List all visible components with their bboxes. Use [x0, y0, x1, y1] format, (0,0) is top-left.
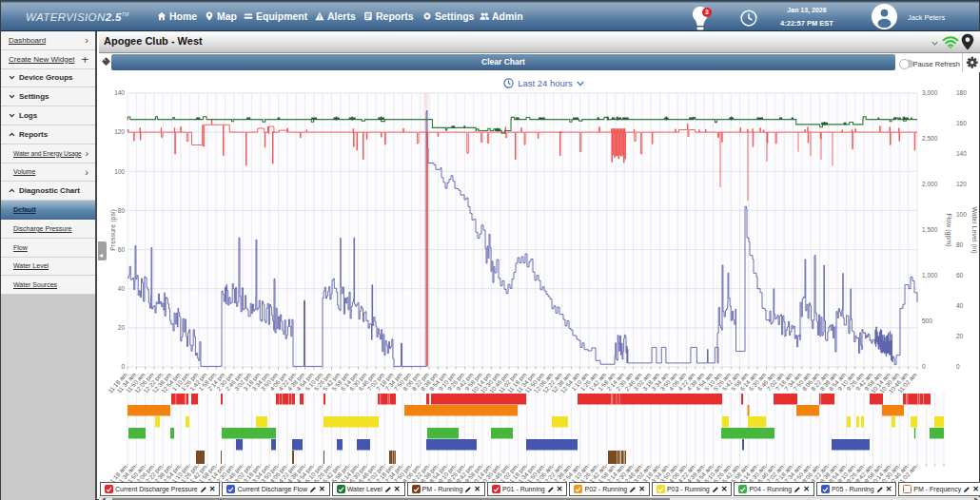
svg-text:40: 40	[956, 302, 964, 309]
svg-text:Water Level (in): Water Level (in)	[970, 206, 978, 253]
svg-text:100: 100	[956, 211, 967, 218]
svg-text:2,000: 2,000	[922, 181, 938, 187]
svg-text:2,500: 2,500	[922, 135, 938, 142]
svg-text:140: 140	[956, 150, 967, 157]
svg-text:60: 60	[956, 272, 964, 279]
svg-text:100: 100	[114, 168, 125, 175]
svg-text:20: 20	[956, 333, 964, 339]
svg-text:120: 120	[114, 128, 125, 135]
svg-text:0: 0	[121, 363, 125, 370]
svg-text:0: 0	[956, 363, 960, 370]
svg-text:20: 20	[118, 324, 126, 331]
svg-text:40: 40	[118, 285, 126, 292]
svg-text:0: 0	[922, 363, 926, 370]
svg-text:60: 60	[118, 246, 126, 253]
svg-text:80: 80	[956, 241, 964, 248]
svg-text:1,500: 1,500	[922, 226, 938, 233]
svg-text:500: 500	[922, 317, 932, 324]
svg-text:Flow (gpm): Flow (gpm)	[945, 213, 952, 246]
svg-text:120: 120	[956, 181, 967, 187]
svg-text:3,000: 3,000	[922, 89, 938, 96]
svg-text:Pressure (psi): Pressure (psi)	[109, 209, 117, 251]
svg-text:80: 80	[118, 207, 126, 214]
svg-text:1,000: 1,000	[922, 272, 938, 279]
svg-text:140: 140	[114, 89, 125, 96]
svg-text:180: 180	[956, 89, 967, 96]
svg-text:160: 160	[956, 120, 967, 126]
